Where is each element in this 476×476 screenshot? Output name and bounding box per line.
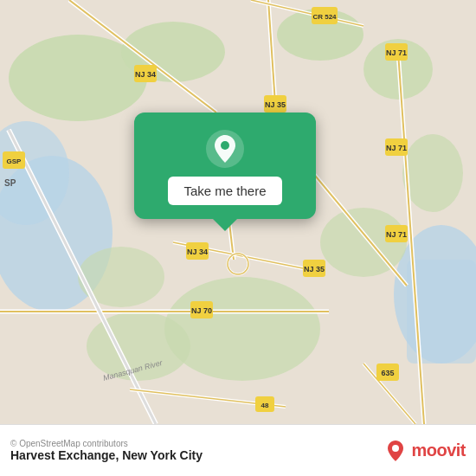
svg-text:NJ 70: NJ 70 bbox=[191, 306, 212, 315]
moovit-logo: moovit bbox=[383, 439, 466, 463]
moovit-brand-text: moovit bbox=[411, 441, 466, 460]
svg-text:NJ 35: NJ 35 bbox=[304, 265, 325, 273]
svg-point-65 bbox=[221, 141, 229, 150]
bottom-bar-info: © OpenStreetMap contributors Harvest Exc… bbox=[10, 439, 203, 462]
svg-text:NJ 35: NJ 35 bbox=[265, 100, 286, 109]
moovit-pin-icon bbox=[383, 439, 408, 463]
map-attribution: © OpenStreetMap contributors bbox=[10, 439, 203, 448]
svg-text:635: 635 bbox=[381, 369, 394, 377]
svg-text:NJ 71: NJ 71 bbox=[386, 230, 407, 239]
take-me-there-button[interactable]: Take me there bbox=[168, 177, 281, 205]
svg-text:SP: SP bbox=[4, 178, 16, 188]
svg-text:NJ 71: NJ 71 bbox=[386, 48, 407, 57]
svg-point-66 bbox=[392, 445, 399, 452]
svg-point-12 bbox=[402, 134, 463, 212]
svg-point-9 bbox=[164, 277, 320, 381]
svg-text:NJ 34: NJ 34 bbox=[135, 70, 156, 79]
svg-text:GSP: GSP bbox=[7, 158, 23, 165]
map-container: Manasquan River NJ 34 NJ 35 NJ 71 NJ 71 … bbox=[0, 0, 476, 424]
popup-card: Take me there bbox=[134, 113, 316, 219]
location-name: Harvest Exchange, New York City bbox=[10, 448, 203, 462]
location-pin-icon bbox=[206, 130, 244, 168]
bottom-bar: © OpenStreetMap contributors Harvest Exc… bbox=[0, 424, 476, 476]
svg-text:CR 524: CR 524 bbox=[312, 13, 337, 21]
svg-text:48: 48 bbox=[261, 402, 269, 409]
svg-text:NJ 71: NJ 71 bbox=[386, 144, 407, 152]
svg-text:NJ 34: NJ 34 bbox=[187, 248, 208, 256]
